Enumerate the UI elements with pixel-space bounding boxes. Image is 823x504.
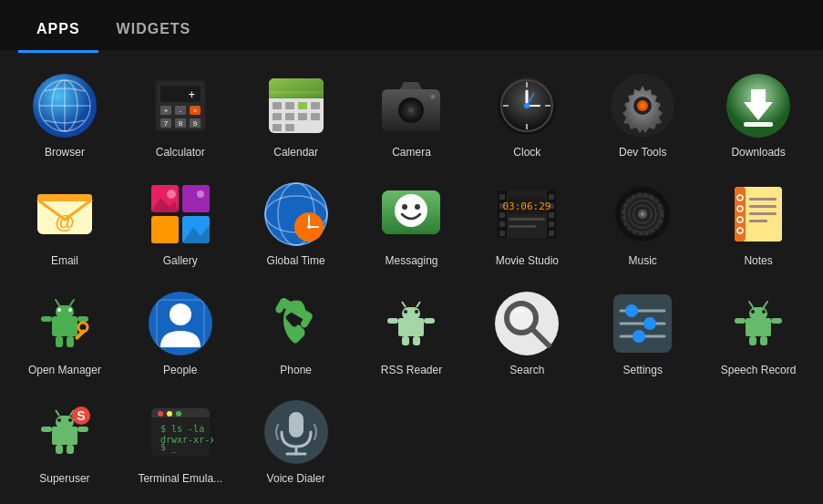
phone-icon — [263, 291, 329, 356]
svg-point-161 — [633, 330, 645, 343]
app-phone[interactable]: Phone — [241, 280, 352, 384]
app-messaging[interactable]: Messaging — [356, 170, 468, 274]
svg-text:8: 8 — [179, 119, 183, 128]
app-label: Global Time — [267, 254, 325, 267]
app-superuser[interactable]: S Superuser — [9, 388, 120, 492]
header: APPS WIDGETS — [0, 0, 823, 53]
app-label: Messaging — [385, 254, 437, 267]
app-search[interactable]: Search — [471, 280, 582, 384]
app-label: Open Manager — [28, 364, 101, 376]
app-settings[interactable]: Settings — [587, 280, 698, 384]
svg-rect-125 — [56, 305, 74, 318]
app-devtools[interactable]: Dev Tools — [587, 62, 698, 166]
svg-point-144 — [415, 310, 418, 314]
app-terminal[interactable]: $ ls -la drwxr-xr-x $ _ Terminal Emula..… — [125, 388, 236, 492]
svg-text:×: × — [192, 107, 197, 115]
svg-rect-65 — [182, 185, 210, 212]
app-notes[interactable]: Notes — [703, 170, 814, 274]
svg-point-177 — [68, 418, 72, 422]
app-label: Camera — [392, 146, 431, 159]
svg-point-42 — [431, 95, 435, 98]
app-label: Dev Tools — [619, 146, 666, 159]
svg-point-159 — [643, 317, 656, 330]
app-label: Calendar — [273, 146, 318, 159]
svg-point-69 — [167, 190, 176, 199]
app-music[interactable]: Music — [587, 170, 698, 274]
app-calculator[interactable]: + + - × 7 8 9 Calculator — [125, 62, 236, 166]
svg-text:+: + — [189, 88, 195, 101]
svg-rect-91 — [499, 212, 505, 218]
search-icon-app — [494, 291, 560, 356]
svg-text:$ _: $ _ — [160, 442, 178, 453]
app-label: Settings — [623, 364, 663, 376]
app-speechrecord[interactable]: Speech Record — [703, 280, 814, 384]
rssreader-icon — [378, 291, 444, 356]
svg-text:7: 7 — [164, 119, 169, 128]
svg-rect-28 — [273, 113, 282, 120]
app-calendar[interactable]: Calendar — [241, 62, 352, 166]
svg-rect-98 — [549, 231, 554, 236]
app-camera[interactable]: Camera — [356, 62, 468, 166]
settings-icon — [610, 291, 675, 356]
app-people[interactable]: People — [125, 280, 236, 384]
app-label: Browser — [45, 146, 85, 159]
superuser-icon: S — [32, 399, 98, 465]
app-clock[interactable]: Clock — [471, 62, 582, 166]
svg-point-126 — [57, 308, 61, 312]
svg-rect-94 — [549, 194, 554, 200]
svg-rect-97 — [549, 221, 554, 227]
app-downloads[interactable]: Downloads — [703, 62, 814, 166]
app-label: RSS Reader — [381, 364, 442, 376]
svg-rect-32 — [273, 124, 282, 131]
svg-rect-102 — [509, 225, 536, 228]
svg-rect-172 — [760, 336, 767, 345]
svg-rect-181 — [77, 427, 88, 432]
app-browser[interactable]: Browser — [9, 62, 120, 166]
svg-rect-148 — [424, 318, 435, 324]
svg-rect-117 — [749, 212, 777, 215]
downloads-icon — [725, 73, 791, 139]
browser-icon — [32, 73, 98, 139]
globaltime-icon — [263, 181, 329, 247]
svg-rect-175 — [56, 416, 74, 428]
app-label: Speech Record — [721, 364, 797, 376]
svg-rect-92 — [499, 221, 505, 227]
svg-rect-96 — [549, 212, 554, 218]
svg-text:+: + — [163, 107, 168, 115]
gallery-icon — [148, 181, 213, 247]
svg-rect-196 — [289, 412, 303, 437]
app-label: Terminal Emula... — [138, 472, 222, 485]
terminal-icon: $ ls -la drwxr-xr-x $ _ — [148, 399, 213, 465]
app-openmanager[interactable]: Open Manager — [9, 280, 120, 384]
app-email[interactable]: @ Email — [9, 170, 120, 274]
svg-point-166 — [762, 310, 766, 314]
app-label: Voice Dialer — [267, 472, 325, 485]
svg-rect-26 — [298, 102, 307, 109]
app-moviestudio[interactable]: 03:06:29 Movie Studio — [471, 170, 582, 274]
camera-icon — [378, 73, 444, 139]
app-label: Gallery — [163, 254, 198, 267]
app-voicedialer[interactable]: Voice Dialer — [241, 388, 352, 492]
svg-point-137 — [170, 303, 191, 325]
svg-rect-132 — [56, 336, 63, 347]
app-gallery[interactable]: Gallery — [125, 170, 236, 274]
svg-rect-164 — [749, 307, 767, 320]
calendar-icon — [263, 73, 329, 139]
svg-rect-174 — [52, 427, 77, 445]
app-label: Email — [51, 254, 78, 267]
tab-apps[interactable]: APPS — [18, 8, 98, 50]
svg-rect-118 — [749, 220, 767, 222]
svg-rect-142 — [402, 307, 420, 320]
app-globaltime[interactable]: Global Time — [241, 170, 352, 274]
svg-text:@: @ — [55, 211, 74, 233]
app-rssreader[interactable]: RSS Reader — [356, 280, 468, 384]
svg-point-84 — [415, 204, 420, 210]
app-label: Superuser — [39, 472, 89, 485]
tab-widgets[interactable]: WIDGETS — [98, 8, 210, 50]
svg-rect-66 — [151, 216, 179, 243]
svg-point-111 — [641, 212, 644, 216]
svg-rect-130 — [41, 316, 52, 322]
clock-icon — [494, 73, 560, 139]
messaging-icon — [378, 181, 444, 247]
notes-icon — [725, 181, 791, 247]
